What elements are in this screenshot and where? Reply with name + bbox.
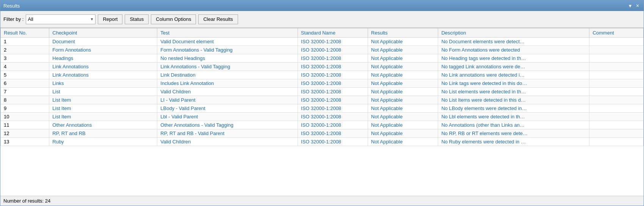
- cell-result_no: 12: [1, 129, 49, 138]
- table-row[interactable]: 7ListValid ChildrenISO 32000-1:2008Not A…: [1, 88, 644, 96]
- report-button[interactable]: Report: [98, 14, 122, 24]
- col-header-comment: Comment: [589, 28, 644, 38]
- cell-description: No List elements were detected in th…: [438, 88, 589, 96]
- cell-standard_name: ISO 32000-1:2008: [298, 79, 368, 88]
- cell-comment: [589, 88, 644, 96]
- table-row[interactable]: 9List ItemLBody - Valid ParentISO 32000-…: [1, 104, 644, 113]
- cell-comment: [589, 104, 644, 113]
- cell-test: Valid Children: [157, 88, 298, 96]
- cell-results: Not Applicable: [368, 54, 438, 63]
- cell-results: Not Applicable: [368, 46, 438, 54]
- cell-result_no: 8: [1, 96, 49, 104]
- cell-description: No Link annotations were detected i…: [438, 71, 589, 79]
- cell-standard_name: ISO 32000-1:2008: [298, 88, 368, 96]
- cell-result_no: 2: [1, 46, 49, 54]
- cell-comment: [589, 138, 644, 146]
- status-text: Number of results: 24: [3, 198, 50, 204]
- cell-test: Other Annotations - Valid Tagging: [157, 121, 298, 129]
- title-bar: Results ▾ ×: [0, 0, 644, 11]
- cell-test: Link Destination: [157, 71, 298, 79]
- cell-results: Not Applicable: [368, 121, 438, 129]
- cell-standard_name: ISO 32000-1:2008: [298, 63, 368, 71]
- results-table-container[interactable]: Result No. Checkpoint Test Standard Name…: [0, 28, 644, 196]
- cell-comment: [589, 71, 644, 79]
- table-row[interactable]: 4Link AnnotationsLink Annotations - Vali…: [1, 63, 644, 71]
- table-row[interactable]: 13RubyValid ChildrenISO 32000-1:2008Not …: [1, 138, 644, 146]
- table-row[interactable]: 10List ItemLbl - Valid ParentISO 32000-1…: [1, 113, 644, 121]
- cell-results: Not Applicable: [368, 113, 438, 121]
- cell-result_no: 5: [1, 71, 49, 79]
- pin-button[interactable]: ▾: [627, 3, 633, 9]
- table-row[interactable]: 2Form AnnotationsForm Annotations - Vali…: [1, 46, 644, 54]
- table-row[interactable]: 11Other AnnotationsOther Annotations - V…: [1, 121, 644, 129]
- cell-result_no: 9: [1, 104, 49, 113]
- cell-checkpoint: List: [49, 88, 157, 96]
- cell-results: Not Applicable: [368, 71, 438, 79]
- cell-checkpoint: Ruby: [49, 138, 157, 146]
- cell-comment: [589, 121, 644, 129]
- table-row[interactable]: 3HeadingsNo nested HeadingsISO 32000-1:2…: [1, 54, 644, 63]
- cell-description: No Heading tags were detected in th…: [438, 54, 589, 63]
- cell-results: Not Applicable: [368, 138, 438, 146]
- cell-test: Link Annotations - Valid Tagging: [157, 63, 298, 71]
- cell-test: LBody - Valid Parent: [157, 104, 298, 113]
- status-button[interactable]: Status: [125, 14, 149, 24]
- cell-result_no: 11: [1, 121, 49, 129]
- col-header-result-no: Result No.: [1, 28, 49, 38]
- col-header-test: Test: [157, 28, 298, 38]
- cell-checkpoint: Form Annotations: [49, 46, 157, 54]
- cell-standard_name: ISO 32000-1:2008: [298, 96, 368, 104]
- cell-checkpoint: Links: [49, 79, 157, 88]
- cell-standard_name: ISO 32000-1:2008: [298, 138, 368, 146]
- cell-comment: [589, 54, 644, 63]
- table-row[interactable]: 12RP, RT and RBRP, RT and RB - Valid Par…: [1, 129, 644, 138]
- cell-comment: [589, 129, 644, 138]
- filter-select[interactable]: All: [28, 16, 88, 22]
- cell-test: Form Annotations - Valid Tagging: [157, 46, 298, 54]
- table-header-row: Result No. Checkpoint Test Standard Name…: [1, 28, 644, 38]
- cell-result_no: 13: [1, 138, 49, 146]
- cell-comment: [589, 96, 644, 104]
- status-bar: Number of results: 24: [0, 196, 644, 206]
- cell-result_no: 1: [1, 38, 49, 46]
- cell-standard_name: ISO 32000-1:2008: [298, 104, 368, 113]
- cell-checkpoint: List Item: [49, 104, 157, 113]
- cell-results: Not Applicable: [368, 63, 438, 71]
- table-row[interactable]: 5Link AnnotationsLink DestinationISO 320…: [1, 71, 644, 79]
- cell-checkpoint: Document: [49, 38, 157, 46]
- window-title: Results: [3, 3, 20, 9]
- cell-test: Valid Document element: [157, 38, 298, 46]
- cell-standard_name: ISO 32000-1:2008: [298, 113, 368, 121]
- toolbar: Filter by : All ▼ Report Status Column O…: [0, 11, 644, 28]
- close-button[interactable]: ×: [635, 3, 641, 9]
- clear-results-button[interactable]: Clear Results: [198, 14, 238, 24]
- col-header-standard: Standard Name: [298, 28, 368, 38]
- cell-results: Not Applicable: [368, 129, 438, 138]
- cell-test: No nested Headings: [157, 54, 298, 63]
- cell-checkpoint: List Item: [49, 113, 157, 121]
- cell-results: Not Applicable: [368, 88, 438, 96]
- cell-result_no: 3: [1, 54, 49, 63]
- filter-label: Filter by :: [3, 16, 24, 22]
- cell-results: Not Applicable: [368, 79, 438, 88]
- cell-description: No Lbl elements were detected in th…: [438, 113, 589, 121]
- table-body: 1DocumentValid Document elementISO 32000…: [1, 38, 644, 146]
- cell-description: No LBody elements were detected in…: [438, 104, 589, 113]
- cell-standard_name: ISO 32000-1:2008: [298, 38, 368, 46]
- cell-checkpoint: Headings: [49, 54, 157, 63]
- title-bar-controls: ▾ ×: [627, 3, 641, 9]
- cell-results: Not Applicable: [368, 38, 438, 46]
- column-options-button[interactable]: Column Options: [151, 14, 196, 24]
- cell-checkpoint: List Item: [49, 96, 157, 104]
- cell-result_no: 6: [1, 79, 49, 88]
- cell-result_no: 4: [1, 63, 49, 71]
- filter-dropdown-wrapper[interactable]: All ▼: [26, 14, 96, 24]
- table-row[interactable]: 6LinksIncludes Link AnnotationISO 32000-…: [1, 79, 644, 88]
- cell-description: No Annotations (other than Links an…: [438, 121, 589, 129]
- cell-description: No List Items were detected in this d…: [438, 96, 589, 104]
- table-row[interactable]: 1DocumentValid Document elementISO 32000…: [1, 38, 644, 46]
- cell-description: No Ruby elements were detected in …: [438, 138, 589, 146]
- results-table: Result No. Checkpoint Test Standard Name…: [0, 28, 644, 146]
- table-row[interactable]: 8List ItemLI - Valid ParentISO 32000-1:2…: [1, 96, 644, 104]
- cell-standard_name: ISO 32000-1:2008: [298, 71, 368, 79]
